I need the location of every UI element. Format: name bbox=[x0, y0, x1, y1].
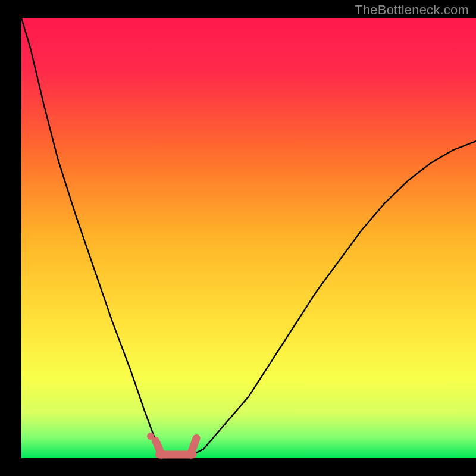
watermark-text: TheBottleneck.com bbox=[355, 2, 469, 18]
gradient-panel bbox=[21, 18, 476, 458]
